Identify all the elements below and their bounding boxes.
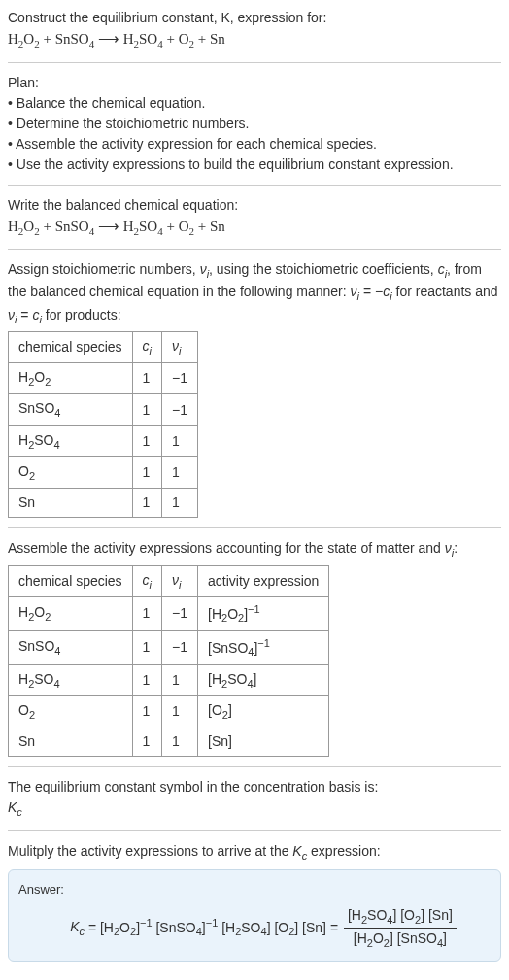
table-cell: 1	[132, 489, 161, 518]
table-row: O211	[9, 457, 198, 489]
table-cell: 1	[162, 425, 198, 456]
table-cell: H2O2	[9, 363, 133, 394]
activity-section: Assemble the activity expressions accoun…	[8, 538, 501, 757]
table-row: O211[O2]	[9, 696, 329, 727]
table-row: SnSO41−1	[9, 394, 198, 425]
table-cell: [H2SO4]	[198, 664, 329, 695]
eqconst-symbol: Kc	[8, 797, 501, 820]
divider	[8, 62, 501, 63]
table-cell: −1	[162, 596, 198, 630]
table-cell: −1	[162, 630, 198, 664]
table-cell: 1	[132, 630, 161, 664]
eqconst-text: The equilibrium constant symbol in the c…	[8, 777, 501, 797]
plan-item: • Determine the stoichiometric numbers.	[8, 114, 501, 134]
table-header: νi	[162, 565, 198, 596]
table-cell: Sn	[9, 727, 133, 757]
table-cell: 1	[162, 664, 198, 695]
answer-equation: Kc = [H2O2]−1 [SnSO4]−1 [H2SO4] [O2] [Sn…	[18, 905, 491, 952]
stoichiometric-intro: Assign stoichiometric numbers, νi, using…	[8, 259, 501, 327]
divider	[8, 185, 501, 186]
header-section: Construct the equilibrium constant, K, e…	[8, 8, 501, 52]
table-cell: 1	[162, 727, 198, 757]
table-cell: H2SO4	[9, 425, 133, 456]
table-cell: 1	[132, 363, 161, 394]
divider	[8, 766, 501, 767]
table-header: νi	[162, 331, 198, 362]
stoichiometric-table: chemical species ci νi H2O21−1 SnSO41−1 …	[8, 331, 198, 518]
table-cell: −1	[162, 394, 198, 425]
table-cell: [Sn]	[198, 727, 329, 757]
table-cell: [O2]	[198, 696, 329, 727]
multiply-text: Mulitply the activity expressions to arr…	[8, 841, 501, 863]
stoichiometric-section: Assign stoichiometric numbers, νi, using…	[8, 259, 501, 518]
table-cell: 1	[132, 425, 161, 456]
table-cell: SnSO4	[9, 630, 133, 664]
table-cell: SnSO4	[9, 394, 133, 425]
balanced-section: Write the balanced chemical equation: H2…	[8, 195, 501, 240]
table-row: H2O21−1	[9, 363, 198, 394]
plan-item: • Use the activity expressions to build …	[8, 154, 501, 175]
table-cell: [H2O2]−1	[198, 596, 329, 630]
table-header-row: chemical species ci νi activity expressi…	[9, 565, 329, 596]
table-cell: 1	[132, 727, 161, 757]
table-row: H2SO411	[9, 425, 198, 456]
table-row: H2O21−1[H2O2]−1	[9, 596, 329, 630]
table-header: ci	[132, 331, 161, 362]
multiply-section: Mulitply the activity expressions to arr…	[8, 841, 501, 962]
table-row: H2SO411[H2SO4]	[9, 664, 329, 695]
table-cell: 1	[132, 596, 161, 630]
table-cell: 1	[132, 696, 161, 727]
table-row: Sn11	[9, 489, 198, 518]
table-header: activity expression	[198, 565, 329, 596]
answer-label: Answer:	[18, 880, 491, 899]
table-header: chemical species	[9, 331, 133, 362]
balanced-equation: H2O2 + SnSO4 ⟶ H2SO4 + O2 + Sn	[8, 216, 501, 240]
plan-item: • Balance the chemical equation.	[8, 93, 501, 114]
table-cell: −1	[162, 363, 198, 394]
table-cell: H2O2	[9, 596, 133, 630]
table-header: chemical species	[9, 565, 133, 596]
answer-box: Answer: Kc = [H2O2]−1 [SnSO4]−1 [H2SO4] …	[8, 869, 501, 962]
divider	[8, 249, 501, 250]
table-row: Sn11[Sn]	[9, 727, 329, 757]
table-row: SnSO41−1[SnSO4]−1	[9, 630, 329, 664]
table-cell: 1	[132, 457, 161, 489]
divider	[8, 527, 501, 528]
header-title: Construct the equilibrium constant, K, e…	[8, 8, 501, 28]
plan-section: Plan: • Balance the chemical equation. •…	[8, 73, 501, 175]
header-equation: H2O2 + SnSO4 ⟶ H2SO4 + O2 + Sn	[8, 28, 501, 52]
table-cell: O2	[9, 696, 133, 727]
table-header: ci	[132, 565, 161, 596]
plan-title: Plan:	[8, 73, 501, 93]
table-cell: 1	[162, 489, 198, 518]
table-cell: H2SO4	[9, 664, 133, 695]
table-cell: [SnSO4]−1	[198, 630, 329, 664]
table-cell: Sn	[9, 489, 133, 518]
eqconst-section: The equilibrium constant symbol in the c…	[8, 777, 501, 820]
table-cell: 1	[132, 664, 161, 695]
table-cell: O2	[9, 457, 133, 489]
table-header-row: chemical species ci νi	[9, 331, 198, 362]
activity-intro: Assemble the activity expressions accoun…	[8, 538, 501, 560]
divider	[8, 830, 501, 831]
table-cell: 1	[162, 457, 198, 489]
plan-item: • Assemble the activity expression for e…	[8, 134, 501, 154]
table-cell: 1	[162, 696, 198, 727]
activity-table: chemical species ci νi activity expressi…	[8, 565, 329, 758]
balanced-title: Write the balanced chemical equation:	[8, 195, 501, 216]
table-cell: 1	[132, 394, 161, 425]
